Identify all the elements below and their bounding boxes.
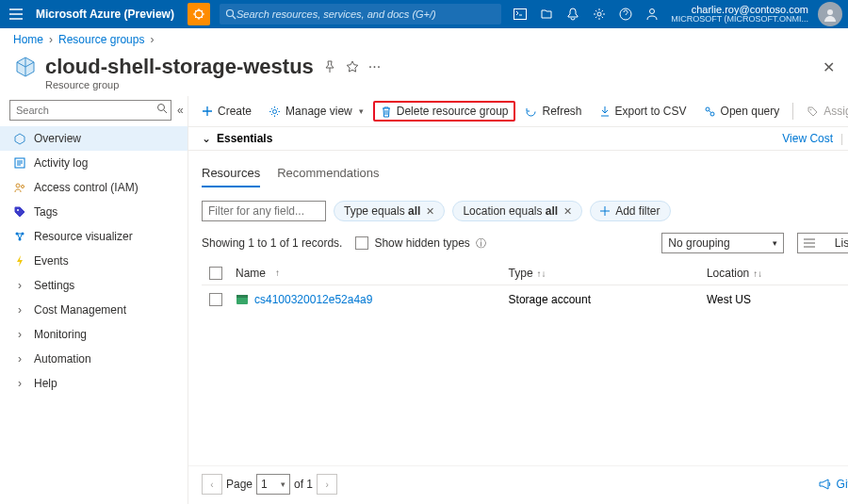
sidebar-item-label: Tags [34, 205, 57, 219]
view-value: List view [835, 236, 848, 250]
megaphone-icon [819, 479, 832, 490]
export-csv-button[interactable]: Export to CSV [592, 101, 694, 122]
content-tabs: Resources Recommendations [188, 151, 848, 187]
close-icon[interactable]: ✕ [823, 58, 835, 76]
directories-icon[interactable] [533, 0, 560, 28]
next-page-button[interactable]: › [317, 474, 337, 495]
svg-point-8 [158, 105, 165, 111]
more-icon[interactable]: ··· [368, 58, 381, 75]
sidebar-item-help[interactable]: › Help [0, 371, 188, 396]
brand-label[interactable]: Microsoft Azure (Preview) [32, 8, 184, 21]
sidebar-item-automation[interactable]: › Automation [0, 347, 188, 371]
settings-icon[interactable] [586, 0, 612, 28]
tab-recommendations[interactable]: Recommendations [277, 166, 379, 187]
open-query-button[interactable]: Open query [696, 101, 788, 122]
pill-label: Location equals all [463, 204, 558, 218]
access-control-icon [13, 181, 26, 194]
plus-icon [202, 106, 213, 117]
sidebar-item-events[interactable]: Events [0, 249, 188, 273]
add-filter-button[interactable]: Add filter [590, 201, 670, 221]
global-search[interactable] [220, 4, 501, 24]
col-header-location[interactable]: Location↑↓ [701, 267, 848, 280]
user-account[interactable]: charlie.roy@contoso.com MICROSOFT (MICRO… [665, 5, 814, 24]
table-row[interactable]: cs4100320012e52a4a9 Storage account West… [202, 285, 848, 314]
page-title: cloud-shell-storage-westus [45, 55, 314, 79]
side-search-input[interactable] [9, 100, 171, 121]
sidebar-item-cost-management[interactable]: › Cost Management [0, 298, 188, 322]
manage-view-button[interactable]: Manage view ▾ [261, 101, 371, 122]
view-cost-link[interactable]: View Cost [782, 132, 833, 145]
col-header-name[interactable]: Name↑ [230, 267, 503, 280]
filter-pill-type[interactable]: Type equals all ✕ [334, 201, 445, 221]
view-select[interactable]: List view ▾ [797, 233, 848, 253]
avatar[interactable] [818, 2, 842, 26]
pin-icon[interactable] [323, 60, 336, 73]
show-hidden-types-checkbox[interactable]: Show hidden types ⓘ [355, 236, 485, 251]
storage-account-icon [236, 294, 249, 305]
refresh-icon [525, 106, 537, 118]
cloud-shell-icon[interactable] [507, 0, 533, 28]
preview-bug-icon[interactable] [188, 3, 210, 25]
select-all-checkbox[interactable] [202, 267, 230, 280]
tags-icon [13, 205, 26, 219]
sort-asc-icon: ↑ [275, 268, 280, 278]
sidebar-item-resource-visualizer[interactable]: Resource visualizer [0, 224, 188, 249]
delete-rg-label: Delete resource group [397, 105, 509, 118]
sidebar-item-activity-log[interactable]: Activity log [0, 151, 188, 175]
help-icon[interactable] [612, 0, 639, 28]
give-feedback-link[interactable]: Give feedback [819, 478, 848, 491]
sidebar-item-label: Overview [34, 132, 81, 145]
title-block: cloud-shell-storage-westus ··· ✕ Resourc… [0, 51, 848, 96]
grouping-select[interactable]: No grouping ▾ [661, 233, 784, 253]
global-search-input[interactable] [236, 8, 496, 20]
create-button[interactable]: Create [194, 101, 259, 122]
filter-bar: Type equals all ✕ Location equals all ✕ … [188, 187, 848, 227]
star-icon[interactable] [346, 60, 359, 73]
chevron-right-icon: › [13, 279, 26, 292]
sidebar-item-overview[interactable]: Overview [0, 126, 188, 151]
close-icon[interactable]: ✕ [563, 205, 572, 218]
sidebar-item-label: Help [34, 377, 57, 390]
chevron-down-icon: ⌄ [202, 132, 211, 145]
resource-grid: Name↑ Type↑↓ Location↑↓ cs4100320012e52a… [188, 257, 848, 465]
close-icon[interactable]: ✕ [426, 205, 434, 218]
filter-any-field-input[interactable] [202, 201, 326, 221]
grouping-value: No grouping [668, 236, 729, 250]
sidebar-item-settings[interactable]: › Settings [0, 273, 188, 298]
svg-point-7 [827, 9, 833, 15]
svg-point-11 [16, 184, 20, 187]
svg-point-4 [597, 12, 601, 16]
feedback-icon[interactable] [639, 0, 665, 28]
sidebar-item-label: Settings [34, 279, 74, 292]
essentials-bar: ⌄ Essentials View Cost | JSON View [188, 126, 848, 151]
svg-point-20 [810, 108, 812, 110]
page-number-select[interactable]: 1 ▾ [256, 474, 290, 495]
col-header-type[interactable]: Type↑↓ [503, 267, 701, 280]
refresh-button[interactable]: Refresh [517, 101, 589, 122]
sidebar-item-access-control[interactable]: Access control (IAM) [0, 175, 188, 200]
menu-icon[interactable] [0, 0, 32, 28]
sidebar-item-tags[interactable]: Tags [0, 200, 188, 224]
filter-pill-location[interactable]: Location equals all ✕ [452, 201, 582, 221]
collapse-icon[interactable]: « [177, 104, 184, 117]
delete-resource-group-button[interactable]: Delete resource group [373, 101, 516, 122]
row-checkbox[interactable] [202, 293, 230, 306]
notifications-icon[interactable] [560, 0, 586, 28]
visualizer-icon [13, 230, 26, 243]
sidebar-item-monitoring[interactable]: › Monitoring [0, 322, 188, 347]
resource-name-link[interactable]: cs4100320012e52a4a9 [254, 293, 372, 306]
svg-point-6 [650, 9, 655, 14]
cell-location: West US [701, 293, 848, 306]
assign-tags-button[interactable]: Assign tags [799, 101, 848, 122]
chevron-down-icon: ▾ [281, 480, 285, 489]
info-icon[interactable]: ⓘ [476, 236, 486, 251]
prev-page-button[interactable]: ‹ [202, 474, 222, 495]
breadcrumb-resource-groups[interactable]: Resource groups [58, 33, 144, 46]
essentials-toggle[interactable]: ⌄ Essentials [202, 132, 272, 145]
sort-icon: ↑↓ [537, 268, 546, 279]
show-hidden-label: Show hidden types [374, 236, 469, 250]
sidebar-item-label: Cost Management [34, 303, 126, 317]
tab-resources[interactable]: Resources [202, 166, 260, 187]
breadcrumb-home[interactable]: Home [13, 33, 43, 46]
svg-point-18 [706, 107, 709, 111]
